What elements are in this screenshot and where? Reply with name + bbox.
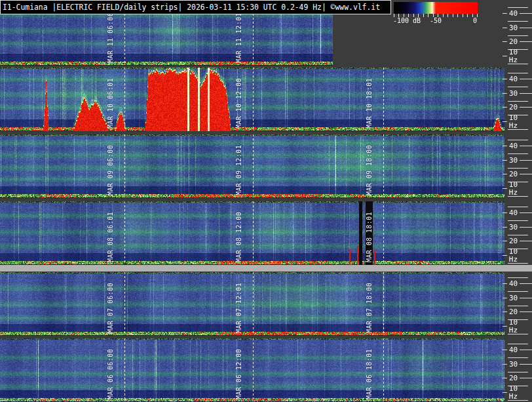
- spectrogram-strip: MAR 06 06:00MAR 06 12:00MAR 06 18:014030…: [0, 338, 532, 402]
- time-marker-label: MAR 10 06:01: [107, 78, 115, 129]
- time-marker-label: MAR 09 12:01: [235, 145, 243, 195]
- freq-axis-minor-tick: [508, 168, 528, 169]
- freq-axis-minor-tick: [508, 220, 528, 221]
- freq-axis-label-row: 10 Hz: [503, 251, 532, 260]
- freq-axis-minor-tick: [508, 344, 528, 344]
- spectrogram-strip: MAR 09 06:00MAR 09 12:01MAR 09 18:004030…: [0, 134, 532, 198]
- freq-axis-tick-dash: [503, 227, 507, 228]
- freq-axis-label: 10 Hz: [507, 319, 532, 334]
- freq-axis-tick-dash: [503, 146, 507, 146]
- time-marker-line: [383, 134, 384, 195]
- freq-axis-label-row: 10 Hz: [503, 52, 532, 60]
- spectrogram-canvas-mar08: [0, 201, 504, 265]
- freq-axis-tick-dash: [520, 241, 532, 241]
- spectrogram-canvas-mar07: [0, 272, 504, 336]
- freq-axis-label-row: 20: [503, 170, 532, 178]
- colorbar-tick: [447, 14, 448, 17]
- freq-axis-label-row: 40: [503, 209, 532, 217]
- freq-axis-minor-tick: [508, 306, 528, 306]
- time-marker-label: MAR 11 06:00: [107, 12, 115, 63]
- freq-axis-label-row: 10 Hz: [503, 184, 532, 193]
- freq-axis-tick-dash: [503, 107, 507, 108]
- freq-axis-tick-dash: [503, 298, 507, 298]
- time-marker-line: [124, 272, 125, 333]
- freq-axis-label-row: 20: [503, 308, 532, 316]
- freq-axis-minor-tick: [508, 277, 528, 278]
- freq-axis-tick-dash: [503, 212, 507, 213]
- colorbar-tick: [453, 14, 453, 17]
- freq-axis-minor-tick: [508, 101, 528, 102]
- freq-axis-label-row: 30: [503, 223, 532, 231]
- freq-axis-minor-tick: [508, 291, 528, 292]
- time-marker-line: [124, 201, 125, 262]
- freq-axis-label: 40: [507, 280, 520, 288]
- spectrogram-canvas-mar10: [0, 68, 504, 131]
- freq-axis-minor-tick: [508, 357, 528, 358]
- time-marker-label: MAR 06 18:01: [366, 349, 373, 399]
- freq-axis-label-row: 40: [503, 75, 532, 83]
- freq-axis-label-row: 40: [503, 346, 532, 354]
- time-marker-line: [253, 201, 254, 262]
- freq-axis-label: 30: [507, 361, 520, 369]
- freq-axis-label-row: 40: [503, 279, 532, 288]
- freq-axis-tick-dash: [520, 107, 532, 108]
- freq-axis-minor-tick: [508, 35, 528, 36]
- freq-axis-label: 30: [507, 224, 520, 231]
- freq-axis-tick-dash: [520, 146, 532, 146]
- freq-axis-label: 10 Hz: [507, 248, 532, 264]
- time-marker-label: MAR 10 18:01: [366, 78, 373, 129]
- time-marker-label: MAR 09 06:00: [107, 145, 115, 195]
- freq-axis-label: 20: [507, 374, 520, 382]
- spectrogram-canvas-mar09: [0, 134, 504, 198]
- colorbar-label-max: 0: [473, 17, 477, 24]
- time-marker-line: [124, 68, 125, 129]
- freq-axis-tick-dash: [503, 174, 507, 174]
- time-marker-line: [253, 272, 254, 333]
- freq-axis-minor-tick: [508, 372, 528, 372]
- strip-separator-band: [0, 265, 532, 271]
- freq-axis-label: 20: [507, 104, 520, 111]
- time-marker-line: [253, 338, 254, 399]
- freq-axis-tick-dash: [503, 121, 507, 122]
- time-marker-label: MAR 09 18:00: [366, 145, 373, 195]
- freq-axis-minor-tick: [508, 153, 528, 154]
- spectrogram-strip: MAR 08 06:01MAR 08 12:00MAR 08 18:014030…: [0, 201, 532, 265]
- freq-axis-tick-dash: [503, 378, 507, 378]
- time-marker-label: MAR 08 06:01: [107, 212, 115, 262]
- colorbar-gradient: [394, 2, 478, 14]
- freq-axis-label-row: 20: [503, 237, 532, 245]
- freq-axis-label: 40: [507, 75, 520, 83]
- time-marker-label: MAR 06 12:00: [235, 349, 243, 399]
- freq-axis-label-row: 30: [503, 294, 532, 302]
- freq-axis-label-row: 30: [503, 156, 532, 165]
- freq-axis-label: 30: [507, 90, 520, 98]
- freq-axis-label: 20: [507, 237, 520, 245]
- time-marker-label: MAR 10 12:00: [235, 78, 243, 129]
- freq-axis-label: 10 Hz: [507, 114, 532, 130]
- time-marker-line: [253, 68, 254, 129]
- freq-axis-tick-dash: [520, 227, 532, 228]
- freq-axis-tick-dash: [520, 212, 532, 213]
- freq-axis-label: 30: [507, 157, 520, 165]
- time-marker-label: MAR 07 12:01: [235, 283, 243, 333]
- freq-axis-label-row: 20: [503, 103, 532, 111]
- freq-axis-tick-dash: [503, 79, 507, 79]
- time-marker-line: [383, 201, 384, 262]
- freq-axis-label: 10 Hz: [507, 181, 532, 197]
- freq-axis-tick-dash: [520, 28, 532, 28]
- time-marker-label: MAR 11 12:01: [235, 12, 243, 63]
- freq-axis-tick-dash: [520, 350, 532, 350]
- colorbar-tick: [463, 14, 463, 17]
- freq-axis-label-row: 30: [503, 89, 532, 98]
- freq-axis-tick-dash: [520, 283, 532, 284]
- freq-axis-label: 10 Hz: [507, 385, 532, 401]
- freq-axis-minor-tick: [508, 87, 528, 87]
- page-title: I1-Cumiana |ELECTRIC FIELD/daily strips|…: [3, 3, 380, 12]
- spectrogram-canvas-mar06: [0, 338, 504, 402]
- freq-axis-tick-dash: [520, 174, 532, 174]
- freq-axis-tick-dash: [503, 283, 507, 284]
- freq-axis-tick-dash: [520, 298, 532, 298]
- colorbar-tick: [457, 14, 458, 17]
- freq-axis-tick-dash: [503, 241, 507, 241]
- time-marker-line: [383, 338, 384, 399]
